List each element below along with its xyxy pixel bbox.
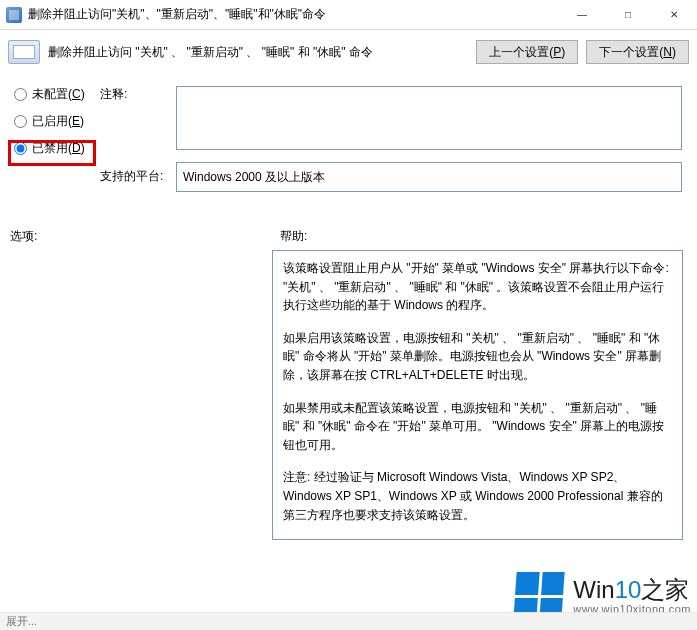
comment-textarea[interactable] xyxy=(176,86,682,150)
options-label: 选项: xyxy=(10,228,37,245)
watermark-text: Win10之家 www.win10xitong.com xyxy=(573,577,691,615)
options-pane xyxy=(8,250,264,540)
help-label: 帮助: xyxy=(280,228,307,245)
close-button[interactable]: ✕ xyxy=(651,0,697,29)
config-radio-group: 未配置(C) 已启用(E) 已禁用(D) xyxy=(14,86,85,157)
policy-title: 删除并阻止访问 "关机" 、 "重新启动" 、 "睡眠" 和 "休眠" 命令 xyxy=(48,44,468,61)
radio-enabled[interactable]: 已启用(E) xyxy=(14,113,85,130)
radio-not-configured[interactable]: 未配置(C) xyxy=(14,86,85,103)
next-setting-button[interactable]: 下一个设置(N) xyxy=(586,40,689,64)
titlebar: 删除并阻止访问"关机"、"重新启动"、"睡眠"和"休眠"命令 — □ ✕ xyxy=(0,0,697,30)
radio-not-configured-input[interactable] xyxy=(14,88,27,101)
app-icon xyxy=(6,7,22,23)
window-controls: — □ ✕ xyxy=(559,0,697,29)
platform-field: Windows 2000 及以上版本 xyxy=(176,162,682,192)
previous-setting-button[interactable]: 上一个设置(P) xyxy=(476,40,578,64)
statusbar: 展开... xyxy=(0,612,697,630)
platform-label: 支持的平台: xyxy=(100,168,163,185)
radio-enabled-input[interactable] xyxy=(14,115,27,128)
help-textbox[interactable]: 该策略设置阻止用户从 "开始" 菜单或 "Windows 安全" 屏幕执行以下命… xyxy=(272,250,683,540)
help-paragraph: 如果禁用或未配置该策略设置，电源按钮和 "关机" 、 "重新启动" 、 "睡眠"… xyxy=(283,399,672,455)
policy-icon xyxy=(8,40,40,64)
help-paragraph: 该策略设置阻止用户从 "开始" 菜单或 "Windows 安全" 屏幕执行以下命… xyxy=(283,259,672,315)
comment-label: 注释: xyxy=(100,86,127,103)
minimize-button[interactable]: — xyxy=(559,0,605,29)
header-row: 删除并阻止访问 "关机" 、 "重新启动" 、 "睡眠" 和 "休眠" 命令 上… xyxy=(0,30,697,78)
window-title: 删除并阻止访问"关机"、"重新启动"、"睡眠"和"休眠"命令 xyxy=(28,6,559,23)
maximize-button[interactable]: □ xyxy=(605,0,651,29)
radio-disabled[interactable]: 已禁用(D) xyxy=(14,140,85,157)
help-paragraph: 注意: 经过验证与 Microsoft Windows Vista、Window… xyxy=(283,468,672,524)
statusbar-text: 展开... xyxy=(6,614,37,629)
help-paragraph: 如果启用该策略设置，电源按钮和 "关机" 、 "重新启动" 、 "睡眠" 和 "… xyxy=(283,329,672,385)
radio-disabled-input[interactable] xyxy=(14,142,27,155)
